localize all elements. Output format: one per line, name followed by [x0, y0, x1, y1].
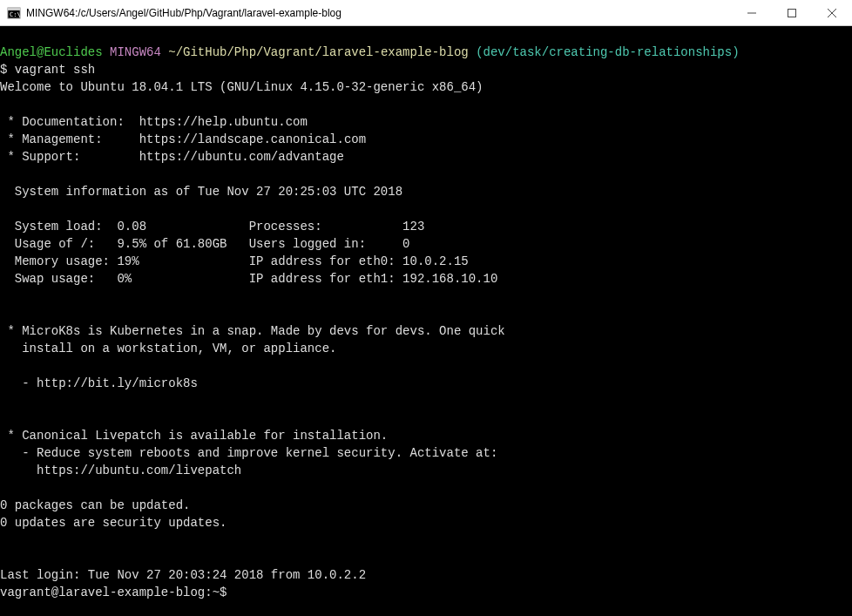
microk8s-url: - http://bit.ly/microk8s — [0, 375, 852, 392]
svg-rect-1 — [8, 8, 20, 10]
close-button[interactable] — [812, 0, 852, 25]
shell-prompt: vagrant@laravel-example-blog:~$ — [0, 584, 852, 601]
maximize-button[interactable] — [772, 0, 812, 25]
sysinfo-header: System information as of Tue Nov 27 20:2… — [0, 183, 852, 200]
empty-line — [0, 479, 852, 497]
support-line: * Support: https://ubuntu.com/advantage — [0, 148, 852, 166]
empty-line — [0, 200, 852, 218]
empty-line — [0, 166, 852, 183]
empty-line — [0, 531, 852, 549]
minimize-button[interactable] — [732, 0, 772, 25]
empty-line — [0, 549, 852, 566]
window-title: MINGW64:/c/Users/Angel/GitHub/Php/Vagran… — [26, 7, 732, 19]
empty-line — [0, 26, 852, 44]
updates-line: 0 packages can be updated. — [0, 497, 852, 514]
livepatch-url: https://ubuntu.com/livepatch — [0, 462, 852, 479]
doc-line: * Documentation: https://help.ubuntu.com — [0, 113, 852, 131]
window-controls — [732, 0, 852, 25]
microk8s-line: install on a workstation, VM, or applian… — [0, 340, 852, 357]
sysinfo-line: System load: 0.08 Processes: 123 — [0, 218, 852, 235]
prompt-shell: MINGW64 — [110, 45, 161, 59]
updates-line: 0 updates are security updates. — [0, 514, 852, 531]
empty-line — [0, 96, 852, 113]
livepatch-line: - Reduce system reboots and improve kern… — [0, 444, 852, 462]
sysinfo-line: Memory usage: 19% IP address for eth0: 1… — [0, 253, 852, 270]
empty-line — [0, 357, 852, 375]
prompt-user: Angel@Euclides — [0, 45, 103, 59]
empty-line — [0, 288, 852, 305]
terminal-icon: C:\ — [7, 6, 21, 20]
empty-line — [0, 305, 852, 322]
empty-line — [0, 392, 852, 410]
empty-line — [0, 410, 852, 427]
mgmt-line: * Management: https://landscape.canonica… — [0, 131, 852, 148]
command-line: $ vagrant ssh — [0, 61, 852, 78]
svg-rect-4 — [788, 9, 796, 17]
sysinfo-line: Swap usage: 0% IP address for eth1: 192.… — [0, 270, 852, 288]
prompt-line: Angel@Euclides MINGW64 ~/GitHub/Php/Vagr… — [0, 44, 852, 61]
terminal-output[interactable]: Angel@Euclides MINGW64 ~/GitHub/Php/Vagr… — [0, 26, 852, 616]
prompt-branch: (dev/task/creating-db-relationships) — [476, 45, 739, 59]
titlebar[interactable]: C:\ MINGW64:/c/Users/Angel/GitHub/Php/Va… — [0, 0, 852, 26]
livepatch-line: * Canonical Livepatch is available for i… — [0, 427, 852, 444]
lastlogin-line: Last login: Tue Nov 27 20:03:24 2018 fro… — [0, 566, 852, 584]
welcome-line: Welcome to Ubuntu 18.04.1 LTS (GNU/Linux… — [0, 78, 852, 96]
svg-text:C:\: C:\ — [10, 11, 21, 18]
microk8s-line: * MicroK8s is Kubernetes in a snap. Made… — [0, 322, 852, 340]
prompt-path: ~/GitHub/Php/Vagrant/laravel-example-blo… — [168, 45, 468, 59]
sysinfo-line: Usage of /: 9.5% of 61.80GB Users logged… — [0, 235, 852, 253]
